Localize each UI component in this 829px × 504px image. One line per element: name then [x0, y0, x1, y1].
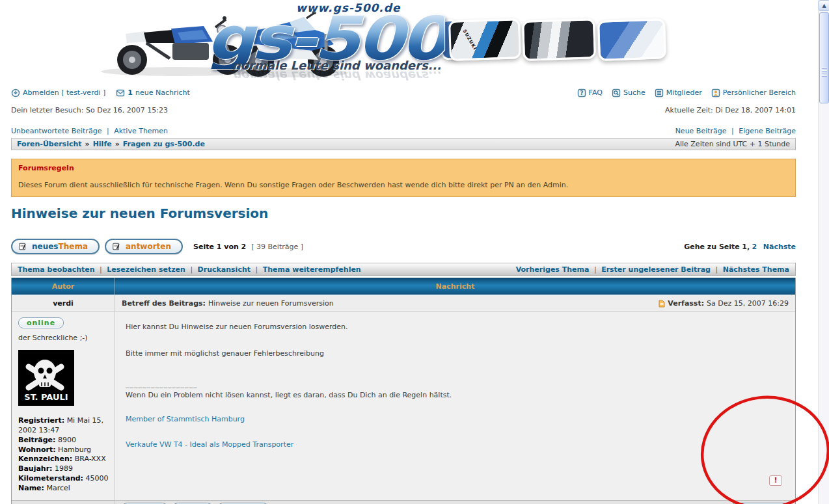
post-footer-row: Nach oben Profil PN E-Mail ” zitieren	[12, 500, 795, 504]
user-icon	[711, 88, 720, 98]
personal-area-link[interactable]: Persönlicher Bereich	[711, 88, 796, 98]
page-2-link[interactable]: 2	[752, 243, 757, 251]
detail-location: Wohnort: Hamburg	[18, 445, 111, 455]
post-subject-row: verdi Betreff des Beitrags: Hinweise zur…	[12, 295, 795, 312]
signature-link-stammtisch[interactable]: Member of Stammtisch Hamburg	[126, 415, 785, 423]
scrollbar-thumb[interactable]	[819, 12, 829, 103]
report-post-button[interactable]: !	[769, 475, 782, 486]
breadcrumb-forum-index[interactable]: Foren-Übersicht	[17, 140, 82, 148]
members-label: Mitglieder	[666, 88, 702, 97]
reply-icon	[112, 242, 121, 251]
separator: |	[107, 127, 109, 135]
separator: |	[715, 265, 718, 274]
search-icon	[612, 88, 621, 98]
logout-label: Abmelden [ test-verdi ]	[23, 88, 105, 97]
timezone-text: Alle Zeiten sind UTC + 1 Stunde	[675, 140, 790, 148]
suzuki-brand-text: SUZUKI	[461, 29, 478, 51]
new-message-count: 1	[128, 88, 133, 97]
personal-area-label: Persönlicher Bereich	[723, 88, 796, 97]
breadcrumb: Foren-Übersicht » Hilfe » Fragen zu gs-5…	[11, 138, 796, 150]
breadcrumb-separator: »	[85, 140, 90, 148]
post-count: [ 39 Beiträge ]	[251, 243, 303, 251]
banner-photo-fairing: SUZUKI	[448, 18, 521, 61]
breadcrumb-separator: »	[115, 140, 120, 148]
site-banner[interactable]: www.gs-500.de gs-500 normale Leute sind …	[11, 0, 796, 81]
vertical-scrollbar[interactable]: ▲	[818, 0, 829, 504]
signature-link-vw-t4[interactable]: Verkaufe VW T4 - Ideal als Mopped Transp…	[126, 440, 785, 449]
new-posts-link[interactable]: Neue Beiträge	[675, 127, 727, 135]
new-message-link[interactable]: 1 neue Nachricht	[116, 88, 190, 98]
post-message: Hier kannst Du Hinweise zur neuen Forums…	[115, 312, 795, 500]
detail-mileage: Kilometerstand: 45000	[18, 474, 111, 484]
next-topic-link[interactable]: Nächstes Thema	[723, 265, 789, 274]
reply-button[interactable]: antworten	[105, 239, 183, 254]
search-link[interactable]: Suche	[612, 88, 646, 98]
active-topics-link[interactable]: Aktive Themen	[114, 127, 168, 135]
bookmark-link[interactable]: Lesezeichen setzen	[107, 265, 185, 274]
print-view-link[interactable]: Druckansicht	[198, 265, 251, 274]
members-list-icon	[655, 88, 664, 98]
topic-action-bar: Thema beobachten | Lesezeichen setzen | …	[11, 263, 796, 276]
next-page-link[interactable]: Nächste	[763, 243, 796, 251]
separator: |	[100, 265, 102, 274]
search-label: Suche	[623, 88, 646, 97]
message-icon	[116, 88, 125, 98]
forum-rules-title: Forumsregeln	[18, 164, 789, 172]
post-paragraph: Bitte immer mit möglichst genauer Fehler…	[126, 349, 785, 358]
user-details: Registriert: Mi Mai 15, 2002 13:47 Beitr…	[18, 416, 111, 494]
separator: |	[256, 265, 258, 274]
own-posts-link[interactable]: Eigene Beiträge	[739, 127, 796, 135]
new-message-label: neue Nachricht	[135, 88, 190, 97]
posted-label: Verfasst:	[668, 299, 704, 308]
scrollbar-up-arrow[interactable]: ▲	[819, 0, 829, 11]
detail-plate: Kennzeichen: BRA-XXX	[18, 455, 111, 464]
new-topic-label-part2: Thema	[59, 242, 88, 251]
detail-registered: Registriert: Mi Mai 15, 2002 13:47	[18, 416, 111, 436]
post-author-name: verdi	[12, 295, 115, 312]
reply-label: antworten	[126, 242, 171, 251]
subject-label: Betreff des Beitrags:	[122, 299, 206, 308]
new-topic-button[interactable]: neuesThema	[11, 239, 100, 254]
logout-icon	[11, 88, 20, 98]
forum-rules-box: Forumsregeln Dieses Forum dient ausschli…	[11, 159, 796, 197]
post-paragraph: Hier kannst Du Hinweise zur neuen Forums…	[126, 323, 785, 331]
current-page-number: 1,	[742, 243, 750, 251]
current-time-text: Aktuelle Zeit: Di Dez 18, 2007 14:01	[665, 106, 796, 114]
post-icon	[659, 300, 665, 308]
new-topic-icon	[18, 242, 27, 251]
faq-link[interactable]: ? FAQ	[577, 88, 603, 98]
separator: |	[190, 265, 193, 274]
recommend-topic-link[interactable]: Thema weiterempfehlen	[263, 265, 361, 274]
author-column-header: Autor	[12, 282, 115, 291]
unanswered-posts-link[interactable]: Unbeantwortete Beiträge	[11, 127, 102, 135]
avatar: ST. PAULI	[18, 350, 74, 406]
faq-icon: ?	[577, 88, 586, 98]
breadcrumb-help[interactable]: Hilfe	[93, 140, 112, 148]
forum-rules-text: Dieses Forum dient ausschließlich für te…	[18, 181, 789, 189]
banner-tagline-reflection: normale Leute sind woanders...	[232, 69, 441, 81]
signature-divider: _________________	[126, 380, 785, 388]
watch-topic-link[interactable]: Thema beobachten	[18, 265, 95, 274]
avatar-caption: ST. PAULI	[24, 392, 68, 402]
first-unread-post-link[interactable]: Erster ungelesener Beitrag	[601, 265, 711, 274]
subject-text: Hinweise zur neuen Forumsversion	[208, 299, 334, 308]
breadcrumb-current-forum[interactable]: Fragen zu gs-500.de	[123, 140, 205, 148]
message-column-header: Nachricht	[115, 278, 795, 295]
goto-page-label: Gehe zu Seite	[684, 243, 740, 251]
table-header-row: Autor Nachricht	[12, 278, 795, 295]
detail-name: Name: Marcel	[18, 484, 111, 494]
scrollbar-grip	[822, 68, 827, 78]
members-link[interactable]: Mitglieder	[655, 88, 702, 98]
faq-label: FAQ	[589, 88, 603, 97]
banner-photo-windscreen	[597, 18, 666, 61]
user-rank: der Schreckliche ;-)	[18, 334, 109, 342]
new-topic-label-part1: neues	[32, 242, 59, 251]
page-title: Hinweise zur neuen Forumsversion	[11, 206, 796, 221]
svg-text:?: ?	[580, 90, 583, 96]
posts-table: Autor Nachricht verdi Betreff des Beitra…	[11, 278, 796, 504]
previous-topic-link[interactable]: Vorheriges Thema	[516, 265, 590, 274]
detail-year: Baujahr: 1989	[18, 464, 111, 474]
detail-posts: Beiträge: 8900	[18, 436, 111, 445]
posted-time: Sa Dez 15, 2007 16:29	[707, 299, 789, 308]
logout-link[interactable]: Abmelden [ test-verdi ]	[11, 88, 105, 98]
